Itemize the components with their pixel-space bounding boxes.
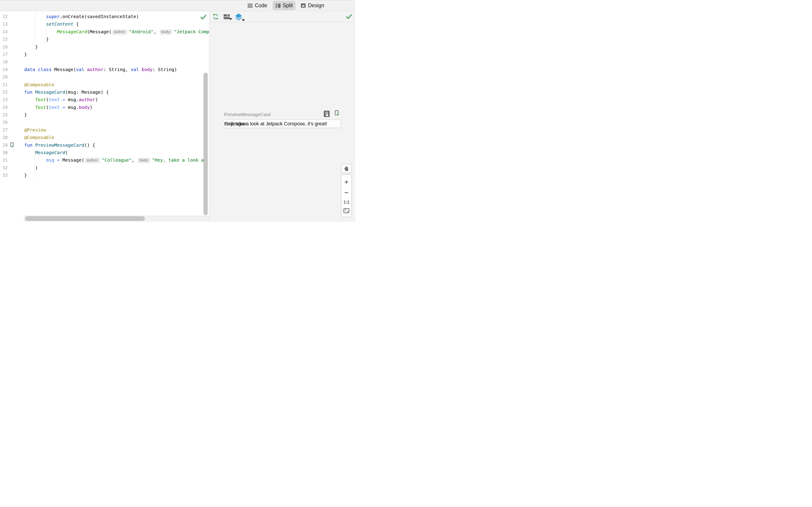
chevron-down-icon [229,18,232,20]
parameter-hint: body: [138,158,150,163]
line-number: 30 [0,149,8,156]
code-line[interactable]: 12 super.onCreate(savedInstanceState) [0,13,209,20]
code-text: MessageCard( [17,149,68,156]
tab-design-label: Design [308,2,324,9]
build-refresh-icon [212,13,219,20]
code-line[interactable]: 18 [0,58,209,66]
code-line[interactable]: 31 msg = Message(author:"Colleague", bod… [0,156,209,164]
code-line[interactable]: 29 fun PreviewMessageCard() { [0,142,209,149]
code-line[interactable]: 33} [0,172,209,179]
zoom-out-button[interactable]: − [344,189,348,196]
code-line[interactable]: 17} [0,51,209,58]
parameter-hint: author: [112,29,127,35]
tab-design[interactable]: Design [298,1,327,10]
line-number: 13 [0,20,8,28]
code-lines-icon [248,4,253,8]
code-text: Text(text = msg.author) [17,96,98,103]
code-text: fun MessageCard(msg: Message) { [17,89,109,96]
code-editor-pane[interactable]: 12 super.onCreate(savedInstanceState)13 … [0,11,209,222]
code-text: msg = Message(author:"Colleague", body:"… [17,156,209,164]
zoom-to-fit-icon [344,208,349,213]
line-number: 23 [0,96,8,103]
code-text: data class Message(val author: String, v… [17,66,177,73]
line-number: 21 [0,81,8,89]
code-line[interactable]: 22fun MessageCard(msg: Message) { [0,89,209,96]
line-number: 12 [0,13,8,20]
code-text: @Composable [17,134,54,141]
line-number: 31 [0,156,8,164]
code-area[interactable]: 12 super.onCreate(savedInstanceState)13 … [0,13,209,179]
run-preview-gutter-icon[interactable] [10,143,15,148]
code-line[interactable]: 16 } [0,43,209,51]
horizontal-scrollbar-thumb[interactable] [25,216,145,221]
interactive-mode-button[interactable] [324,111,329,118]
code-line[interactable]: 27@Preview [0,126,209,134]
code-text: @Composable [17,81,54,89]
indent-guide [35,11,35,51]
code-line[interactable]: 25} [0,111,209,119]
preview-text-body: Hey, take a look at Jetpack Compose, it'… [224,121,327,127]
line-number: 22 [0,89,8,96]
interactive-mode-icon [324,111,329,117]
line-number: 18 [0,58,8,66]
preview-render-card: Colleague Hey, take a look at Jetpack Co… [223,119,341,128]
code-line[interactable]: 14 MessageCard(Message(author:"Android",… [0,28,209,36]
line-number: 25 [0,111,8,119]
code-line[interactable]: 21@Composable [0,81,209,89]
inspections-ok-icon[interactable] [200,14,206,21]
line-number: 33 [0,172,8,179]
line-number: 26 [0,119,8,126]
run-preview-button[interactable] [334,110,340,117]
android-studio-split-editor: { "topbar": { "tabs": [ { "label": "Code… [0,0,355,222]
pan-hand-icon [344,166,349,172]
code-line[interactable]: 23 Text(text = msg.author) [0,96,209,103]
tab-split-label: Split [283,2,293,9]
line-number: 19 [0,66,8,73]
line-number: 27 [0,126,8,134]
zoom-controls: + − 1:1 [341,174,352,217]
parameter-hint: author: [85,158,100,163]
gutter [8,143,17,148]
horizontal-scrollbar-track[interactable] [24,216,209,222]
code-line[interactable]: 19data class Message(val author: String,… [0,66,209,73]
layers-icon [235,13,242,20]
zoom-to-fit-button[interactable] [344,208,349,213]
layout-options-button[interactable] [223,14,230,19]
preview-surface: PreviewMessageCard Colleague Hey, take a… [209,22,355,222]
indent-guide [35,149,35,179]
tab-code[interactable]: Code [245,1,270,10]
code-text: setContent { [17,20,79,28]
zoom-actual-size-button[interactable]: 1:1 [344,200,349,205]
line-number: 32 [0,164,8,172]
preview-sync-ok-icon [346,13,352,20]
run-preview-icon [334,110,340,116]
line-number: 16 [0,43,8,51]
pan-button[interactable] [341,164,352,173]
tab-split[interactable]: Split [272,1,296,10]
code-text: @Preview [17,126,46,134]
code-line[interactable]: 20 [0,73,209,81]
code-line[interactable]: 15 } [0,36,209,43]
chevron-down-icon [242,19,245,21]
zoom-in-button[interactable]: + [344,179,348,185]
code-line[interactable]: 26 [0,119,209,126]
indent-guide [46,28,46,43]
line-number: 24 [0,104,8,111]
code-line[interactable]: 32 ) [0,164,209,172]
code-text: } [17,51,27,58]
layers-button[interactable] [235,13,242,20]
compose-preview-pane: PreviewMessageCard Colleague Hey, take a… [209,11,355,222]
code-line[interactable]: 30 MessageCard( [0,149,209,156]
editor-mode-switcher: Code Split Design [0,0,355,11]
code-line[interactable]: 13 setContent { [0,20,209,28]
code-line[interactable]: 28@Composable [0,134,209,141]
build-refresh-button[interactable] [212,13,219,20]
layout-options-icon [223,14,230,19]
code-line[interactable]: 24 Text(text = msg.body) [0,104,209,111]
code-text: } [17,36,49,43]
line-number: 15 [0,36,8,43]
design-image-icon [301,3,306,8]
vertical-scrollbar[interactable] [203,73,208,215]
code-text: } [17,111,27,119]
preview-toolbar [209,11,355,22]
